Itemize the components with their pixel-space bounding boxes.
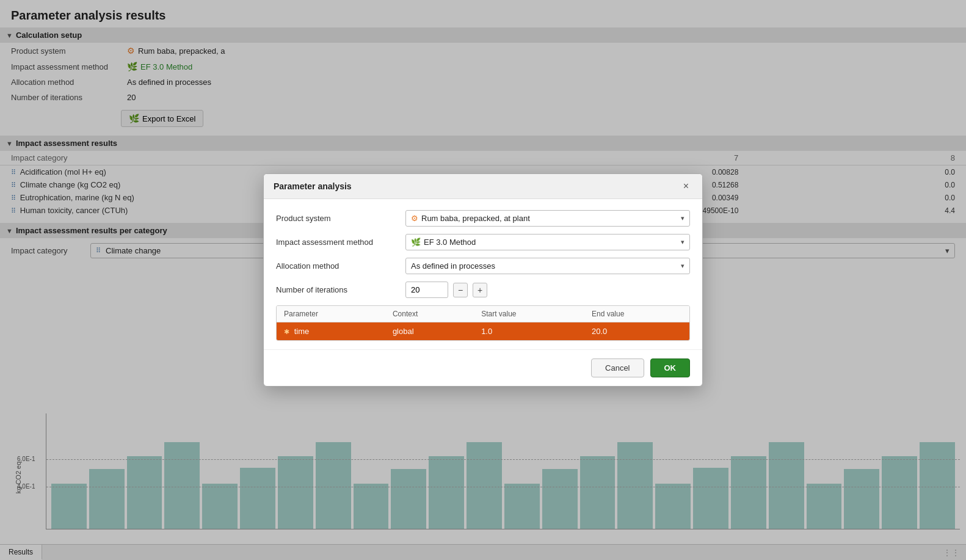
ok-button[interactable]: OK: [650, 358, 691, 377]
iterations-control: − +: [405, 282, 487, 298]
col-context: Context: [385, 306, 474, 322]
modal-header: Parameter analysis ×: [264, 174, 702, 199]
col-start-value: Start value: [474, 306, 584, 322]
col-parameter: Parameter: [277, 306, 385, 322]
iterations-input[interactable]: [405, 282, 448, 298]
modal-impact-method-row: Impact assessment method 🌿 EF 3.0 Method…: [276, 234, 690, 250]
modal-impact-method-label: Impact assessment method: [276, 238, 398, 247]
cancel-button[interactable]: Cancel: [591, 358, 644, 377]
allocation-chevron-icon: ▾: [681, 262, 685, 270]
modal-iterations-row: Number of iterations − +: [276, 282, 690, 298]
modal-iterations-label: Number of iterations: [276, 285, 398, 294]
modal-method-icon: 🌿: [411, 238, 421, 247]
modal-product-system-label: Product system: [276, 214, 398, 223]
col-end-value: End value: [584, 306, 689, 322]
parameter-table: Parameter Context Start value End value …: [277, 306, 689, 340]
modal-allocation-select[interactable]: As defined in processes ▾: [405, 258, 690, 274]
modal-close-button[interactable]: ×: [680, 180, 692, 192]
param-row-icon: ✱: [284, 328, 289, 335]
modal-allocation-row: Allocation method As defined in processe…: [276, 258, 690, 274]
iterations-minus-button[interactable]: −: [453, 283, 468, 297]
main-panel: Parameter analysis results ▼ Calculation…: [0, 0, 966, 560]
param-table-row[interactable]: ✱ time global 1.0 20.0: [277, 322, 689, 341]
modal-title: Parameter analysis: [274, 181, 352, 191]
iterations-plus-button[interactable]: +: [473, 283, 487, 297]
modal-product-system-row: Product system ⚙ Rum baba, prepacked, at…: [276, 210, 690, 227]
modal-allocation-label: Allocation method: [276, 261, 398, 271]
parameter-analysis-modal: Parameter analysis × Product system ⚙ Ru…: [263, 173, 703, 387]
param-table-header-row: Parameter Context Start value End value: [277, 306, 689, 322]
modal-footer: Cancel OK: [264, 349, 702, 386]
modal-body: Product system ⚙ Rum baba, prepacked, at…: [264, 199, 702, 349]
modal-impact-method-select[interactable]: 🌿 EF 3.0 Method ▾: [405, 234, 690, 250]
impact-method-chevron-icon: ▾: [681, 238, 685, 246]
product-system-chevron-icon: ▾: [681, 214, 685, 222]
parameter-table-container: Parameter Context Start value End value …: [276, 305, 690, 341]
modal-product-icon: ⚙: [411, 214, 418, 223]
modal-product-system-select[interactable]: ⚙ Rum baba, prepacked, at plant ▾: [405, 210, 690, 227]
modal-overlay: Parameter analysis × Product system ⚙ Ru…: [0, 0, 966, 560]
